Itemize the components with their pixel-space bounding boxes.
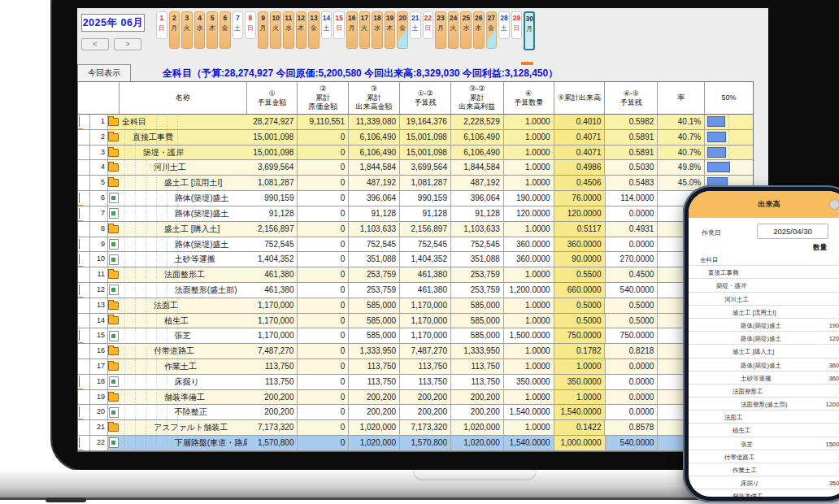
phone-list-item[interactable]: 付帯道路工1.00式 bbox=[689, 450, 839, 463]
cum-qty[interactable]: 0.1422 bbox=[554, 420, 606, 436]
calendar-day-21[interactable]: 21土 bbox=[410, 11, 421, 39]
calendar-day-23[interactable]: 23月 bbox=[435, 11, 446, 49]
calendar-day-28[interactable]: 28土 bbox=[498, 11, 510, 39]
calendar-day-1[interactable]: 1日 bbox=[156, 11, 167, 39]
table-row[interactable]: 10土砂等運搬1,404,3520351,0881,404,352351,088… bbox=[78, 252, 753, 267]
table-row[interactable]: 16付帯道路工7,487,27001,333,9507,487,2701,333… bbox=[78, 344, 753, 359]
calendar-day-7[interactable]: 7土 bbox=[233, 11, 244, 39]
cum-qty[interactable]: 660.0000 bbox=[554, 283, 606, 298]
calendar-day-25[interactable]: 25水 bbox=[460, 11, 472, 49]
table-row[interactable]: 21アスファルト舗装工7,173,32001,020,0007,173,3201… bbox=[78, 420, 753, 436]
table-row[interactable]: 4河川土工3,699,56401,844,5843,699,5641,844,5… bbox=[78, 160, 753, 176]
cum-qty[interactable]: 0.5000 bbox=[554, 314, 606, 329]
calendar-day-18[interactable]: 18水 bbox=[372, 11, 383, 49]
calendar-day-22[interactable]: 22日 bbox=[423, 11, 434, 39]
calendar-day-26[interactable]: 26木 bbox=[473, 11, 485, 49]
calendar-day-12[interactable]: 12木 bbox=[296, 11, 307, 49]
phone-list-item[interactable]: 盛土工 [購入土]1.00式 bbox=[689, 345, 839, 358]
table-row[interactable]: 5盛土工 [流用土Ⅰ]1,081,2870487,1921,081,287487… bbox=[78, 176, 753, 191]
cum-qty[interactable]: 360.0000 bbox=[554, 237, 606, 253]
cum-qty[interactable]: 750.0000 bbox=[554, 328, 606, 344]
calendar-day-3[interactable]: 3火 bbox=[181, 11, 193, 49]
cum-qty[interactable]: 120.0000 bbox=[554, 206, 606, 222]
calendar-day-8[interactable]: 8日 bbox=[245, 11, 256, 39]
cum-qty[interactable]: 0.5000 bbox=[554, 298, 606, 314]
cum-qty[interactable]: 0.5117 bbox=[554, 222, 606, 237]
table-row[interactable]: 17作業土工113,7500113,750113,750113,7501.000… bbox=[78, 359, 753, 375]
table-row[interactable]: 1全科目28,274,9279,110,55111,339,08019,164,… bbox=[78, 115, 753, 130]
next-month-button[interactable]: > bbox=[114, 38, 141, 50]
calendar-day-19[interactable]: 19木 bbox=[385, 11, 396, 49]
prev-month-button[interactable]: < bbox=[81, 38, 109, 50]
calendar-day-24[interactable]: 24火 bbox=[448, 11, 459, 49]
calendar-day-9[interactable]: 9月 bbox=[258, 11, 269, 49]
cum-qty[interactable]: 0.4071 bbox=[554, 130, 606, 146]
table-row[interactable]: 12法面整形(盛土部)461,3800253,759461,380253,759… bbox=[78, 283, 753, 298]
table-row[interactable]: 9路体(築堤)盛土752,5450752,545752,545752,54536… bbox=[78, 237, 753, 253]
phone-list-item[interactable]: 植生工1.00式 bbox=[689, 424, 839, 437]
cum-qty[interactable]: 350.0000 bbox=[554, 375, 606, 390]
current-view-tab[interactable]: 今回表示 bbox=[77, 64, 131, 81]
calendar-day-6[interactable]: 6金 bbox=[220, 11, 231, 49]
phone-list-item[interactable]: 法面整形工1.00式 bbox=[689, 385, 839, 398]
table-row[interactable]: 6路体(築堤)盛土990,1590396,064990,159396,06419… bbox=[78, 191, 753, 206]
cum-qty[interactable]: 0.4506 bbox=[554, 176, 606, 191]
phone-list-item[interactable]: 路体(築堤)盛土120.00m3 bbox=[689, 332, 839, 345]
table-row[interactable]: 7路体(築堤)盛土91,128091,12891,12891,128120.00… bbox=[78, 206, 753, 222]
table-row[interactable]: 18床掘り113,7500113,750113,750113,750350.00… bbox=[78, 375, 753, 390]
phone-list-item[interactable]: 直接工事費1.00式 bbox=[689, 266, 839, 279]
progress-profit: 1,333,950 bbox=[451, 344, 504, 359]
phone-list-item[interactable]: 床掘り350.00m3 bbox=[689, 476, 839, 489]
cum-qty[interactable]: 0.1782 bbox=[554, 344, 606, 359]
calendar-day-4[interactable]: 4水 bbox=[194, 11, 206, 49]
calendar-day-29[interactable]: 29日 bbox=[511, 11, 523, 39]
calendar-day-17[interactable]: 17火 bbox=[359, 11, 371, 49]
calendar-day-13[interactable]: 13金 bbox=[308, 11, 320, 49]
table-row[interactable]: 2直接工事費15,001,09806,106,49015,001,0986,10… bbox=[78, 130, 753, 146]
cum-qty[interactable]: 90.0000 bbox=[554, 252, 606, 267]
calendar-day-5[interactable]: 5木 bbox=[206, 11, 218, 49]
phone-list-item[interactable]: 路体(築堤)盛土190.00m3 bbox=[689, 319, 839, 332]
phone-list-item[interactable]: 河川土工1.00式 bbox=[689, 293, 839, 306]
cum-qty[interactable]: 76.0000 bbox=[554, 191, 606, 206]
table-row[interactable]: 11法面整形工461,3800253,759461,380253,7591.00… bbox=[78, 267, 753, 283]
table-row[interactable]: 14植生工1,170,0000585,0001,170,000585,0001.… bbox=[78, 314, 753, 329]
phone-list-item[interactable]: 築堤・護岸1.00式 bbox=[689, 279, 839, 292]
table-row[interactable]: 3築堤・護岸15,001,09806,106,49015,001,0986,10… bbox=[78, 146, 753, 161]
calendar-day-14[interactable]: 14土 bbox=[321, 11, 333, 39]
calendar-day-27[interactable]: 27金 bbox=[486, 11, 498, 49]
cum-qty[interactable]: 1.0000 bbox=[554, 359, 606, 375]
work-date-field[interactable]: 2025/04/30 bbox=[757, 224, 828, 239]
budget-qty: 1.0000 bbox=[504, 222, 554, 237]
cum-qty[interactable]: 0.5500 bbox=[554, 267, 606, 283]
calendar-day-10[interactable]: 10火 bbox=[270, 11, 281, 49]
cum-qty[interactable]: 0.4010 bbox=[554, 115, 606, 130]
phone-list-item[interactable]: 全科目1.00式 bbox=[689, 253, 839, 266]
cum-qty[interactable]: 0.4986 bbox=[554, 160, 606, 176]
cum-qty[interactable]: 0.4071 bbox=[554, 146, 606, 161]
table-row[interactable]: 20不陸整正200,2000200,200200,200200,2001,540… bbox=[78, 405, 753, 420]
calendar-day-30[interactable]: 30月 bbox=[524, 11, 535, 50]
phone-list-item[interactable]: 舗装準備工1.00式 bbox=[689, 489, 839, 497]
calendar-day-2[interactable]: 2月 bbox=[169, 11, 180, 49]
calendar-day-20[interactable]: 20金 bbox=[397, 11, 408, 49]
cum-qty[interactable]: 1,000.0000 bbox=[554, 436, 606, 451]
phone-list-item[interactable]: 法面整形(盛土部)1200.00m2 bbox=[689, 398, 839, 411]
cum-qty[interactable]: 1,540.0000 bbox=[554, 405, 606, 420]
table-row[interactable]: 8盛土工 [購入土]2,156,89701,103,6332,156,8971,… bbox=[78, 222, 753, 237]
phone-list-item[interactable]: 張芝1500.00m2 bbox=[689, 437, 839, 450]
phone-list-item[interactable]: 盛土工 [流用土Ⅰ]1.00式 bbox=[689, 306, 839, 319]
table-row[interactable]: 15張芝1,170,0000585,0001,170,000585,0001,5… bbox=[78, 328, 753, 344]
phone-list-item[interactable]: 作業土工1.00式 bbox=[689, 463, 839, 476]
table-row[interactable]: 19舗装準備工200,2000200,200200,200200,2001.00… bbox=[78, 390, 753, 406]
calendar-day-15[interactable]: 15日 bbox=[333, 11, 345, 39]
table-row[interactable]: 22下層路盤(車道・路肩部)1,570,80001,020,0001,570,8… bbox=[78, 436, 753, 451]
cum-qty[interactable]: 1.0000 bbox=[554, 390, 606, 406]
calendar-day-16[interactable]: 16月 bbox=[346, 11, 358, 49]
phone-list-item[interactable]: 法面工1.00式 bbox=[689, 411, 839, 424]
table-row[interactable]: 13法面工1,170,0000585,0001,170,000585,0001.… bbox=[78, 298, 753, 314]
phone-list-item[interactable]: 路体(築堤)盛土360.00m3 bbox=[689, 358, 839, 371]
calendar-day-11[interactable]: 11水 bbox=[283, 11, 294, 49]
phone-list-item[interactable]: 土砂等運搬360.00m3 bbox=[689, 371, 839, 385]
phone-menu-icon[interactable] bbox=[829, 199, 839, 210]
